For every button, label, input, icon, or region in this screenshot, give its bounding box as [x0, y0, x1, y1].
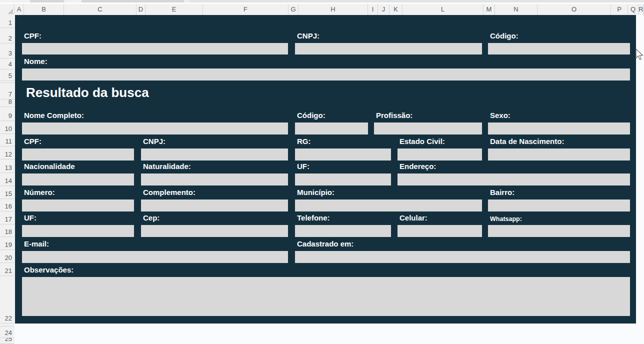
row-header-12[interactable]: 12	[0, 146, 14, 160]
row-header-25[interactable]: 25	[0, 338, 14, 344]
label-cpf-search: CPF:	[24, 31, 42, 41]
spreadsheet: ABCDEFGHIJKLMNOPQR 123456789101112131415…	[0, 0, 644, 344]
select-all-icon	[8, 8, 13, 14]
input-estado-civil[interactable]	[398, 148, 482, 160]
input-municipio[interactable]	[295, 200, 482, 212]
label-numero: Número:	[24, 188, 55, 198]
input-cadastrado-em[interactable]	[295, 251, 630, 263]
label-cadastrado-em: Cadastrado em:	[297, 239, 354, 249]
input-bairro[interactable]	[488, 200, 630, 212]
input-cnpj[interactable]	[141, 148, 288, 160]
column-header-I[interactable]: I	[368, 4, 378, 15]
row-header-13[interactable]: 13	[0, 160, 14, 173]
row-header-11[interactable]: 11	[0, 134, 14, 146]
input-cpf-search[interactable]	[22, 43, 288, 54]
input-celular[interactable]	[398, 225, 482, 237]
label-endereco: Endereço:	[400, 162, 436, 172]
column-header-M[interactable]: M	[484, 4, 495, 15]
label-rg: RG:	[297, 136, 311, 146]
row-header-16[interactable]: 16	[0, 199, 14, 212]
label-telefone: Telefone:	[297, 213, 330, 223]
row-header-20[interactable]: 20	[0, 250, 14, 263]
column-header-N[interactable]: N	[495, 4, 538, 15]
input-whatsapp[interactable]	[488, 225, 630, 237]
label-celular: Celular:	[400, 213, 428, 223]
label-codigo: Código:	[297, 110, 326, 120]
column-header-F[interactable]: F	[203, 4, 288, 15]
label-complemento: Complemento:	[143, 188, 196, 198]
input-codigo-search[interactable]	[488, 43, 630, 54]
results-heading: Resultado da busca	[26, 84, 149, 101]
input-email[interactable]	[22, 251, 288, 263]
input-nacionalidade[interactable]	[22, 174, 134, 186]
row-header-21[interactable]: 21	[0, 263, 14, 276]
input-nome-search[interactable]	[22, 68, 630, 80]
row-header-8[interactable]: 8	[0, 100, 14, 107]
column-header-R[interactable]: R	[638, 4, 644, 15]
label-nome-search: Nome:	[24, 56, 48, 66]
column-header-E[interactable]: E	[146, 4, 203, 15]
row-header-24[interactable]: 24	[0, 326, 14, 338]
row-header-10[interactable]: 10	[0, 121, 14, 134]
row-header-3[interactable]: 3	[0, 44, 14, 58]
input-endereco[interactable]	[398, 174, 630, 186]
row-header-9[interactable]: 9	[0, 107, 14, 121]
column-header-Q[interactable]: Q	[628, 4, 638, 15]
column-header-B[interactable]: B	[24, 4, 64, 15]
label-nome-completo: Nome Completo:	[24, 110, 84, 120]
row-header-2[interactable]: 2	[0, 28, 14, 44]
column-header-P[interactable]: P	[611, 4, 628, 15]
column-header-K[interactable]: K	[390, 4, 402, 15]
label-cnpj-search: CNPJ:	[297, 31, 320, 41]
label-profissao: Profissão:	[376, 110, 412, 120]
input-nome-completo[interactable]	[22, 122, 288, 134]
input-rg[interactable]	[295, 148, 391, 160]
input-observacoes[interactable]	[22, 277, 630, 316]
row-header-18[interactable]: 18	[0, 224, 14, 237]
input-cnpj-search[interactable]	[295, 43, 482, 54]
input-numero[interactable]	[22, 200, 134, 212]
row-header-15[interactable]: 15	[0, 186, 14, 199]
column-header-O[interactable]: O	[538, 4, 611, 15]
column-header-J[interactable]: J	[378, 4, 390, 15]
label-sexo: Sexo:	[490, 110, 510, 120]
column-header-L[interactable]: L	[402, 4, 484, 15]
row-header-4[interactable]: 4	[0, 58, 14, 70]
label-estado-civil: Estado Civil:	[400, 136, 445, 146]
row-header-19[interactable]: 19	[0, 237, 14, 250]
input-profissao[interactable]	[374, 122, 482, 134]
column-header-D[interactable]: D	[136, 4, 146, 15]
label-cpf: CPF:	[24, 136, 42, 146]
select-all-cell[interactable]	[0, 4, 14, 15]
input-data-nascimento[interactable]	[488, 148, 630, 160]
input-naturalidade[interactable]	[141, 174, 288, 186]
label-cnpj: CNPJ:	[143, 136, 166, 146]
input-codigo[interactable]	[295, 122, 368, 134]
label-data-nascimento: Data de Nascimento:	[490, 136, 564, 146]
label-nacionalidade: Nacionalidade	[24, 162, 75, 172]
label-codigo-search: Código:	[490, 31, 518, 41]
input-uf-2[interactable]	[22, 225, 134, 237]
label-municipio: Município:	[297, 188, 334, 198]
input-cep[interactable]	[141, 225, 288, 237]
input-sexo[interactable]	[488, 122, 630, 134]
column-header-G[interactable]: G	[288, 4, 298, 15]
row-header-1[interactable]: 1	[0, 15, 14, 28]
label-uf-2: UF:	[24, 213, 36, 223]
input-uf-1[interactable]	[295, 174, 391, 186]
row-header-14[interactable]: 14	[0, 173, 14, 186]
row-header-5[interactable]: 5	[0, 70, 14, 81]
input-telefone[interactable]	[295, 225, 391, 237]
row-header-22[interactable]: 22	[0, 276, 14, 324]
column-header-A[interactable]: A	[14, 4, 24, 15]
column-header-C[interactable]: C	[64, 4, 136, 15]
column-header-H[interactable]: H	[298, 4, 368, 15]
label-cep: Cep:	[143, 213, 160, 223]
label-whatsapp: Whatsapp:	[490, 214, 522, 224]
ribbon-edge	[0, 0, 644, 4]
mouse-cursor	[636, 48, 644, 62]
input-cpf[interactable]	[22, 148, 134, 160]
input-complemento[interactable]	[141, 200, 288, 212]
row-header-17[interactable]: 17	[0, 212, 14, 224]
row-header-7[interactable]: 7	[0, 83, 14, 100]
